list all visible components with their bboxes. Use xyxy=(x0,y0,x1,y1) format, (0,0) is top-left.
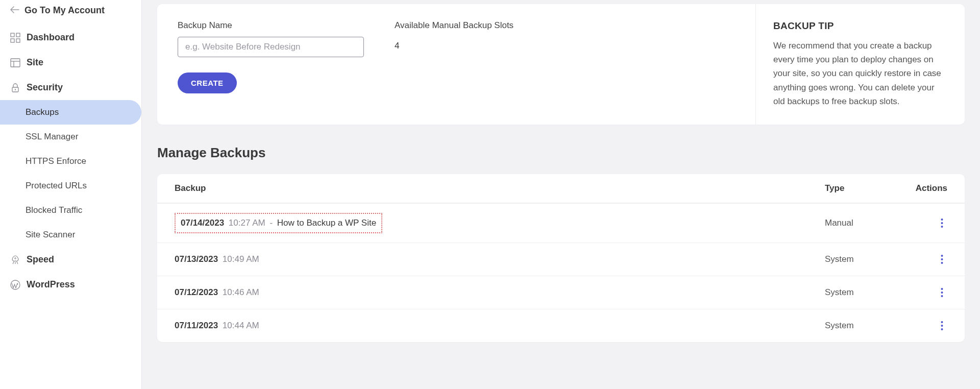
table-row: 07/13/2023 10:49 AMSystem xyxy=(157,242,965,276)
sidebar-subitem-https-enforce[interactable]: HTTPS Enforce xyxy=(0,149,141,174)
backup-type: System xyxy=(825,287,901,298)
backup-name-input[interactable] xyxy=(178,37,364,57)
svg-point-22 xyxy=(941,325,943,327)
sidebar-subitem-protected-urls[interactable]: Protected URLs xyxy=(0,174,141,198)
svg-point-23 xyxy=(941,328,943,330)
lock-icon xyxy=(10,83,20,93)
backup-time: 10:46 AM xyxy=(220,287,259,297)
backup-cell: 07/14/2023 10:27 AM - How to Backup a WP… xyxy=(175,213,825,233)
manage-backups-title: Manage Backups xyxy=(157,145,965,161)
backup-cell: 07/13/2023 10:49 AM xyxy=(175,254,825,264)
backup-date: 07/14/2023 xyxy=(181,218,224,228)
actions-cell xyxy=(901,252,947,266)
rocket-icon xyxy=(10,255,20,265)
svg-point-12 xyxy=(941,218,943,221)
available-slots-value: 4 xyxy=(395,37,513,51)
backup-type: System xyxy=(825,321,901,331)
sidebar-item-label: WordPress xyxy=(27,279,75,290)
col-header-actions: Actions xyxy=(901,183,947,193)
backup-type: Manual xyxy=(825,218,901,228)
sidebar-item-label: Dashboard xyxy=(27,32,75,43)
svg-rect-1 xyxy=(16,33,20,37)
sidebar-item-site[interactable]: Site xyxy=(0,50,141,75)
svg-rect-3 xyxy=(16,39,20,42)
grid-icon xyxy=(10,33,20,43)
svg-point-20 xyxy=(941,295,943,297)
sidebar-subitem-backups[interactable]: Backups xyxy=(0,100,141,125)
actions-cell xyxy=(901,216,947,230)
go-to-account-label: Go To My Account xyxy=(24,5,105,16)
svg-point-21 xyxy=(941,321,943,323)
svg-point-18 xyxy=(941,288,943,290)
sidebar-item-dashboard[interactable]: Dashboard xyxy=(0,25,141,50)
row-actions-menu[interactable] xyxy=(937,285,947,300)
actions-cell xyxy=(901,285,947,300)
go-to-account-link[interactable]: Go To My Account xyxy=(0,0,141,25)
sidebar-subitem-blocked-traffic[interactable]: Blocked Traffic xyxy=(0,198,141,223)
svg-rect-4 xyxy=(11,59,20,67)
backup-time: 10:49 AM xyxy=(220,254,259,264)
main-content: Backup Name Available Manual Backup Slot… xyxy=(142,0,980,389)
sidebar-item-speed[interactable]: Speed xyxy=(0,247,141,272)
create-backup-card: Backup Name Available Manual Backup Slot… xyxy=(157,4,965,125)
col-header-backup: Backup xyxy=(175,183,825,193)
actions-cell xyxy=(901,319,947,333)
backup-date: 07/12/2023 xyxy=(175,287,218,297)
backup-name: How to Backup a WP Site xyxy=(277,218,376,228)
sidebar-item-security[interactable]: Security xyxy=(0,75,141,100)
backup-date: 07/11/2023 xyxy=(175,321,218,330)
create-button[interactable]: CREATE xyxy=(178,72,237,93)
table-row: 07/12/2023 10:46 AMSystem xyxy=(157,276,965,309)
svg-point-17 xyxy=(941,262,943,264)
backup-cell: 07/11/2023 10:44 AM xyxy=(175,321,825,331)
row-actions-menu[interactable] xyxy=(937,216,947,230)
backup-date: 07/13/2023 xyxy=(175,254,218,264)
available-slots-label: Available Manual Backup Slots xyxy=(395,20,513,31)
col-header-type: Type xyxy=(825,183,901,193)
backup-time: 10:27 AM xyxy=(226,218,265,228)
sidebar-subitem-ssl-manager[interactable]: SSL Manager xyxy=(0,125,141,149)
row-actions-menu[interactable] xyxy=(937,319,947,333)
sidebar-item-label: Security xyxy=(27,82,63,93)
svg-point-19 xyxy=(941,291,943,294)
backup-name-label: Backup Name xyxy=(178,20,364,31)
sidebar-item-label: Speed xyxy=(27,254,54,265)
backup-tip-text: We recommend that you create a backup ev… xyxy=(773,39,947,108)
svg-rect-0 xyxy=(11,33,14,37)
sidebar-item-label: Site xyxy=(27,57,43,68)
table-header: Backup Type Actions xyxy=(157,174,965,203)
backup-cell: 07/12/2023 10:46 AM xyxy=(175,287,825,298)
sidebar-item-wordpress[interactable]: WordPress xyxy=(0,272,141,297)
row-actions-menu[interactable] xyxy=(937,252,947,266)
sidebar-subitem-site-scanner[interactable]: Site Scanner xyxy=(0,223,141,247)
svg-point-15 xyxy=(941,255,943,257)
backups-table: Backup Type Actions 07/14/2023 10:27 AM … xyxy=(157,174,965,342)
svg-point-13 xyxy=(941,222,943,224)
arrow-left-icon xyxy=(10,5,24,16)
svg-point-16 xyxy=(941,258,943,260)
layout-icon xyxy=(10,58,20,68)
backup-tip-title: BACKUP TIP xyxy=(773,20,947,32)
sidebar: Go To My Account DashboardSiteSecurityBa… xyxy=(0,0,142,389)
svg-rect-2 xyxy=(11,39,14,42)
table-row: 07/14/2023 10:27 AM - How to Backup a WP… xyxy=(157,203,965,242)
svg-point-14 xyxy=(941,226,943,228)
backup-type: System xyxy=(825,254,901,264)
table-row: 07/11/2023 10:44 AMSystem xyxy=(157,309,965,342)
backup-time: 10:44 AM xyxy=(220,321,259,330)
wordpress-icon xyxy=(10,280,20,290)
svg-point-10 xyxy=(15,257,16,259)
